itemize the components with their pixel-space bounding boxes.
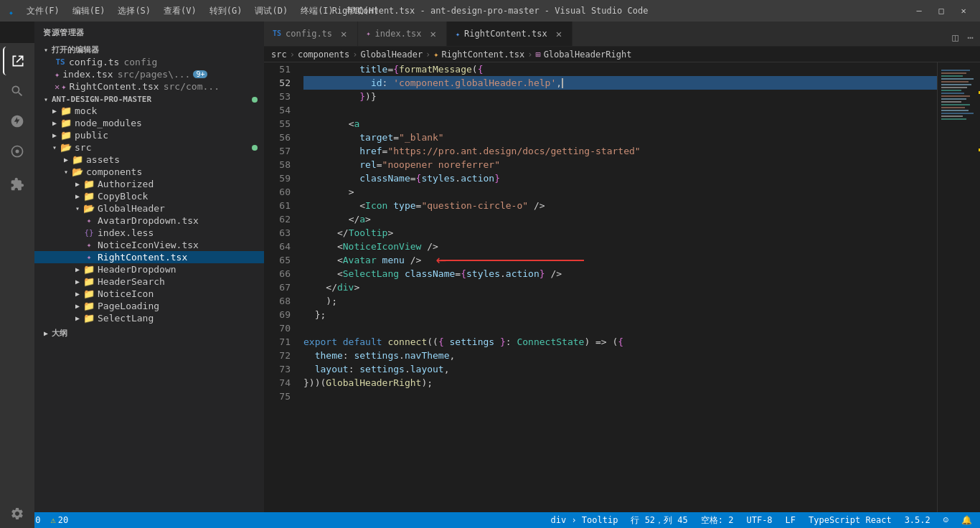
activity-settings[interactable] (3, 499, 32, 528)
more-actions-button[interactable]: ⋯ (965, 29, 976, 46)
tab-index[interactable]: ✦ index.tsx ✕ (358, 22, 448, 46)
warning-count[interactable]: ⚠ 20 (48, 515, 70, 525)
tab-close-rightcontent[interactable]: ✕ (555, 28, 563, 39)
folder-headersearch[interactable]: ▶ 📁 HeaderSearch (34, 275, 264, 288)
folder-arrow: ▶ (72, 180, 83, 188)
editor-section: TS config.ts ✕ ✦ index.tsx ✕ ✦ RightCont… (264, 22, 980, 512)
vscode-logo: ⬩ (7, 4, 15, 19)
menu-edit[interactable]: 编辑(E) (67, 4, 111, 19)
notifications-bell[interactable]: 🔔 (959, 515, 974, 525)
window-controls: — □ ✕ (910, 4, 973, 18)
file-noticeiconview[interactable]: ✦ NoticeIconView.tsx (34, 239, 264, 251)
title-bar-left: ⬩ 文件(F) 编辑(E) 选择(S) 查看(V) 转到(G) 调试(D) 终端… (7, 4, 385, 19)
close-button[interactable]: ✕ (954, 4, 973, 18)
sep2: › (352, 50, 357, 60)
menu-view[interactable]: 查看(V) (158, 4, 202, 19)
outline-section[interactable]: ▶ 大纲 (34, 327, 264, 339)
open-file-index[interactable]: ✦ index.tsx src/pages\... 9+ (34, 68, 264, 80)
tab-config[interactable]: TS config.ts ✕ (264, 22, 358, 46)
menu-file[interactable]: 文件(F) (21, 4, 65, 19)
crumb-symbol-icon: ⊞ (535, 50, 540, 60)
folder-headerdropdown[interactable]: ▶ 📁 HeaderDropdown (34, 263, 264, 275)
file-avatardropdown[interactable]: ✦ AvatarDropdown.tsx (34, 214, 264, 227)
encoding-label: UTF-8 (746, 515, 772, 525)
folder-icon: 📁 (60, 105, 72, 116)
code-line-55: <a (303, 117, 937, 131)
project-label: ANT-DESIGN-PRO-MASTER (52, 95, 151, 104)
open-file-rightcontent[interactable]: ✕ ✦ RightContent.tsx src/com... (34, 80, 264, 93)
folder-icon: 📂 (60, 142, 72, 153)
code-line-57: href="https://pro.ant.design/docs/gettin… (303, 144, 937, 158)
folder-noticeicon[interactable]: ▶ 📁 NoticeIcon (34, 288, 264, 300)
status-div[interactable]: div › Tooltip (549, 515, 621, 525)
file-indexless[interactable]: {} index.less (34, 227, 264, 239)
svg-rect-19 (941, 118, 966, 120)
svg-rect-14 (941, 104, 970, 105)
folder-icon: 📁 (60, 130, 72, 141)
tab-close-config[interactable]: ✕ (339, 28, 348, 39)
folder-public[interactable]: ▶ 📁 public (34, 129, 264, 141)
error-number: 0 (35, 515, 40, 525)
minimap (937, 62, 980, 512)
crumb-globalheader[interactable]: GlobalHeader (360, 50, 423, 60)
folder-icon: 📂 (83, 203, 95, 214)
warning-number: 20 (58, 515, 68, 525)
file-name: AvatarDropdown.tsx (98, 215, 199, 226)
tsx-icon: ✦ (83, 253, 95, 262)
menu-select[interactable]: 选择(S) (112, 4, 156, 19)
folder-components[interactable]: ▾ 📂 components (34, 166, 264, 178)
folder-node-modules[interactable]: ▶ 📁 node_modules (34, 117, 264, 129)
tab-close-index[interactable]: ✕ (429, 28, 438, 39)
crumb-components[interactable]: components (298, 50, 349, 60)
activity-search[interactable] (3, 77, 32, 105)
crumb-src[interactable]: src (271, 50, 287, 60)
crumb-symbol[interactable]: GlobalHeaderRight (544, 50, 632, 60)
folder-authorized[interactable]: ▶ 📁 Authorized (34, 178, 264, 190)
outline-label: 大纲 (52, 328, 67, 339)
activity-extensions[interactable] (3, 170, 32, 199)
cursor-position[interactable]: 行 52，列 45 (628, 514, 689, 527)
maximize-button[interactable]: □ (932, 4, 951, 18)
crumb-filename[interactable]: RightContent.tsx (442, 50, 525, 60)
svg-rect-9 (941, 90, 961, 91)
folder-copyblock[interactable]: ▶ 📁 CopyBlock (34, 190, 264, 202)
line-73: 73 (264, 362, 291, 376)
menu-goto[interactable]: 转到(G) (204, 4, 248, 19)
folder-name: HeaderSearch (98, 276, 165, 287)
folder-globalheader[interactable]: ▾ 📂 GlobalHeader (34, 202, 264, 214)
feedback-smiley[interactable]: ☺ (941, 515, 951, 525)
menu-debug[interactable]: 调试(D) (249, 4, 293, 19)
ts-version[interactable]: 3.5.2 (903, 515, 933, 525)
activity-debug[interactable] (3, 137, 32, 166)
code-line-62: </a> (303, 212, 937, 226)
line-ending[interactable]: LF (783, 515, 798, 525)
line-71: 71 (264, 335, 291, 349)
open-editors-section[interactable]: ▾ 打开的编辑器 (34, 44, 264, 56)
file-rightcontent[interactable]: ✦ RightContent.tsx (34, 251, 264, 263)
folder-pageloading[interactable]: ▶ 📁 PageLoading (34, 300, 264, 312)
activity-explorer[interactable] (3, 47, 32, 75)
folder-arrow: ▶ (60, 156, 72, 164)
ts-tab-icon: TS (273, 29, 281, 37)
open-editors-label: 打开的编辑器 (52, 44, 99, 55)
folder-src[interactable]: ▾ 📂 src (34, 141, 264, 154)
file-name: index.less (98, 227, 154, 238)
code-editor[interactable]: title={formatMessage({ id: 'component.gl… (296, 62, 937, 512)
encoding[interactable]: UTF-8 (744, 515, 774, 525)
folder-assets[interactable]: ▶ 📁 assets (34, 154, 264, 166)
language-mode[interactable]: TypeScript React (806, 515, 894, 525)
activity-git[interactable] (3, 107, 32, 136)
folder-mock[interactable]: ▶ 📁 mock (34, 105, 264, 117)
project-section[interactable]: ▾ ANT-DESIGN-PRO-MASTER (34, 94, 264, 105)
tab-rightcontent[interactable]: ✦ RightContent.tsx ✕ (447, 22, 573, 46)
minimize-button[interactable]: — (910, 4, 928, 18)
split-editor-button[interactable]: ◫ (949, 29, 961, 46)
code-line-74: }))(GlobalHeaderRight); (303, 376, 937, 390)
svg-rect-7 (941, 84, 971, 85)
arrow-line (440, 260, 584, 261)
indentation[interactable]: 空格: 2 (699, 514, 736, 527)
folder-selectlang[interactable]: ▶ 📁 SelectLang (34, 312, 264, 324)
folder-arrow: ▶ (72, 302, 83, 310)
open-file-config[interactable]: TS config.ts config (34, 56, 264, 68)
folder-icon: 📁 (83, 179, 95, 189)
